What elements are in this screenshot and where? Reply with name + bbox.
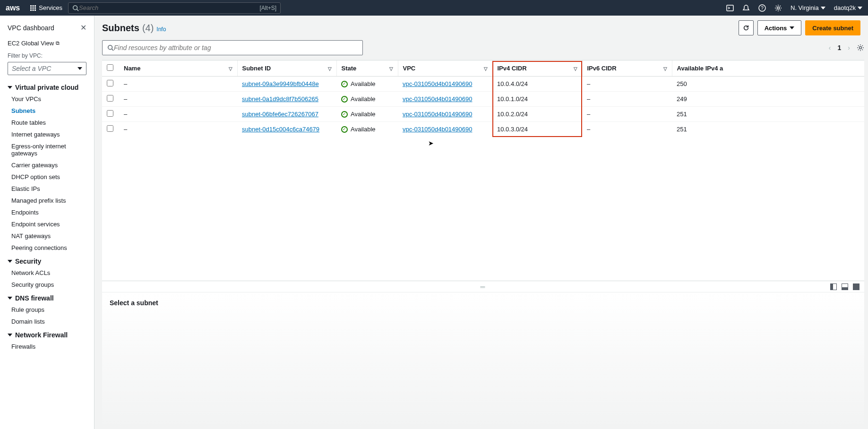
search-input[interactable] xyxy=(79,4,259,11)
help-icon[interactable]: ? xyxy=(758,4,766,12)
subnet-id-link[interactable]: subnet-09a3e9949bfb0448e xyxy=(242,80,319,87)
sort-icon[interactable]: ▽ xyxy=(328,66,332,71)
sort-icon[interactable]: ▽ xyxy=(663,66,667,71)
subnet-id-link[interactable]: subnet-0a1d9dc8f7b506265 xyxy=(242,95,318,103)
cloudshell-icon[interactable] xyxy=(726,4,734,12)
sidebar-item-rule-groups[interactable]: Rule groups xyxy=(0,304,94,316)
ec2-global-view-link[interactable]: EC2 Global View ⧉ xyxy=(0,37,94,50)
sidebar-item-route-tables[interactable]: Route tables xyxy=(0,117,94,129)
subnet-id-link[interactable]: subnet-0d15c004c6ca74679 xyxy=(242,126,319,133)
table-row[interactable]: –subnet-0a1d9dc8f7b506265Availablevpc-03… xyxy=(102,92,864,107)
sidebar-section-header[interactable]: Network Firewall xyxy=(0,327,94,341)
col-state[interactable]: State▽ xyxy=(336,60,398,77)
sidebar-item-dhcp-option-sets[interactable]: DHCP option sets xyxy=(0,171,94,183)
services-menu[interactable]: Services xyxy=(30,4,62,11)
svg-line-10 xyxy=(77,9,79,11)
col-available-ipv4[interactable]: Available IPv4 a xyxy=(672,60,864,77)
info-link[interactable]: Info xyxy=(156,26,166,33)
status-ok-icon xyxy=(341,81,348,87)
row-checkbox[interactable] xyxy=(107,125,113,132)
region-selector[interactable]: N. Virginia xyxy=(791,4,825,11)
svg-rect-4 xyxy=(33,7,34,9)
col-ipv4-cidr[interactable]: IPv4 CIDR▽ xyxy=(492,60,582,77)
sidebar-section-header[interactable]: Virtual private cloud xyxy=(0,80,94,93)
cell-name: – xyxy=(119,77,237,92)
sidebar-item-nat-gateways[interactable]: NAT gateways xyxy=(0,230,94,242)
vpc-link[interactable]: vpc-031050d4b01490690 xyxy=(403,95,472,103)
col-vpc[interactable]: VPC▽ xyxy=(398,60,492,77)
sidebar-item-subnets[interactable]: Subnets xyxy=(0,105,94,117)
settings-icon[interactable] xyxy=(774,4,782,12)
sidebar-section-header[interactable]: DNS firewall xyxy=(0,291,94,304)
cursor-icon: ➤ xyxy=(428,139,434,147)
sidebar-item-endpoints[interactable]: Endpoints xyxy=(0,206,94,218)
refresh-button[interactable] xyxy=(739,20,754,35)
sort-icon[interactable]: ▽ xyxy=(574,66,577,71)
svg-point-14 xyxy=(777,7,780,9)
sort-icon[interactable]: ▽ xyxy=(389,66,393,71)
subnet-id-link[interactable]: subnet-06bfe6ec726267067 xyxy=(242,111,318,118)
chevron-down-icon xyxy=(8,334,12,336)
create-subnet-button[interactable]: Create subnet xyxy=(805,20,860,35)
drag-handle-icon[interactable]: ═ xyxy=(481,283,486,291)
grid-icon xyxy=(30,5,36,11)
sidebar-item-peering-connections[interactable]: Peering connections xyxy=(0,242,94,254)
row-checkbox[interactable] xyxy=(107,80,113,86)
aws-logo[interactable]: aws xyxy=(6,4,20,12)
filter-input[interactable] xyxy=(114,44,358,51)
sidebar-item-your-vpcs[interactable]: Your VPCs xyxy=(0,93,94,105)
vpc-link[interactable]: vpc-031050d4b01490690 xyxy=(403,80,472,87)
sidebar-item-security-groups[interactable]: Security groups xyxy=(0,279,94,291)
user-menu[interactable]: daotq2k xyxy=(834,4,862,11)
layout-bottom-button[interactable] xyxy=(842,283,848,290)
col-name[interactable]: Name▽ xyxy=(119,60,237,77)
sidebar-dashboard-link[interactable]: VPC dashboard xyxy=(8,24,54,32)
close-icon[interactable]: ✕ xyxy=(80,23,86,32)
sidebar-item-egress-only-internet-gateways[interactable]: Egress-only internet gateways xyxy=(0,140,94,159)
table-row[interactable]: –subnet-06bfe6ec726267067Availablevpc-03… xyxy=(102,107,864,122)
notifications-icon[interactable] xyxy=(742,4,750,12)
sidebar-item-firewalls[interactable]: Firewalls xyxy=(0,341,94,352)
sidebar-item-internet-gateways[interactable]: Internet gateways xyxy=(0,129,94,140)
sidebar-item-endpoint-services[interactable]: Endpoint services xyxy=(0,218,94,230)
layout-side-button[interactable] xyxy=(830,283,837,290)
select-all-checkbox[interactable] xyxy=(107,64,113,71)
sort-icon[interactable]: ▽ xyxy=(229,66,232,71)
sidebar-item-managed-prefix-lists[interactable]: Managed prefix lists xyxy=(0,195,94,206)
filter-input-wrap[interactable] xyxy=(102,40,363,55)
table-settings-button[interactable] xyxy=(857,44,864,51)
actions-button[interactable]: Actions xyxy=(757,20,802,35)
sidebar-item-domain-lists[interactable]: Domain lists xyxy=(0,316,94,327)
vpc-link[interactable]: vpc-031050d4b01490690 xyxy=(403,111,472,118)
filter-by-vpc-label: Filter by VPC: xyxy=(0,50,94,60)
table-row[interactable]: –subnet-09a3e9949bfb0448eAvailablevpc-03… xyxy=(102,77,864,92)
global-view-label: EC2 Global View xyxy=(8,40,54,47)
chevron-down-icon xyxy=(790,26,794,29)
sidebar-item-network-acls[interactable]: Network ACLs xyxy=(0,267,94,279)
sidebar-item-carrier-gateways[interactable]: Carrier gateways xyxy=(0,159,94,171)
svg-point-9 xyxy=(73,5,77,9)
cell-ipv4: 10.0.3.0/24 xyxy=(492,122,582,137)
vpc-filter-select[interactable]: Select a VPC xyxy=(8,62,86,75)
detail-resize-bar[interactable]: ═ xyxy=(102,281,864,292)
svg-line-16 xyxy=(112,49,114,51)
sidebar-item-elastic-ips[interactable]: Elastic IPs xyxy=(0,183,94,195)
chevron-down-icon xyxy=(821,7,825,9)
cell-ipv6: – xyxy=(582,122,672,137)
global-search[interactable]: [Alt+S] xyxy=(68,2,281,14)
sidebar: VPC dashboard ✕ EC2 Global View ⧉ Filter… xyxy=(0,16,95,429)
next-page-button[interactable]: › xyxy=(846,42,852,53)
row-checkbox[interactable] xyxy=(107,95,113,102)
table-row[interactable]: –subnet-0d15c004c6ca74679Availablevpc-03… xyxy=(102,122,864,137)
cell-ipv4: 10.0.2.0/24 xyxy=(492,107,582,122)
layout-full-button[interactable] xyxy=(853,283,859,290)
search-icon xyxy=(72,5,79,11)
col-subnet-id[interactable]: Subnet ID▽ xyxy=(237,60,336,77)
col-ipv6-cidr[interactable]: IPv6 CIDR▽ xyxy=(582,60,672,77)
row-checkbox[interactable] xyxy=(107,110,113,117)
prev-page-button[interactable]: ‹ xyxy=(827,42,833,53)
sidebar-section-header[interactable]: Security xyxy=(0,254,94,267)
svg-rect-1 xyxy=(33,5,34,7)
sort-icon[interactable]: ▽ xyxy=(484,66,488,71)
vpc-link[interactable]: vpc-031050d4b01490690 xyxy=(403,126,472,133)
